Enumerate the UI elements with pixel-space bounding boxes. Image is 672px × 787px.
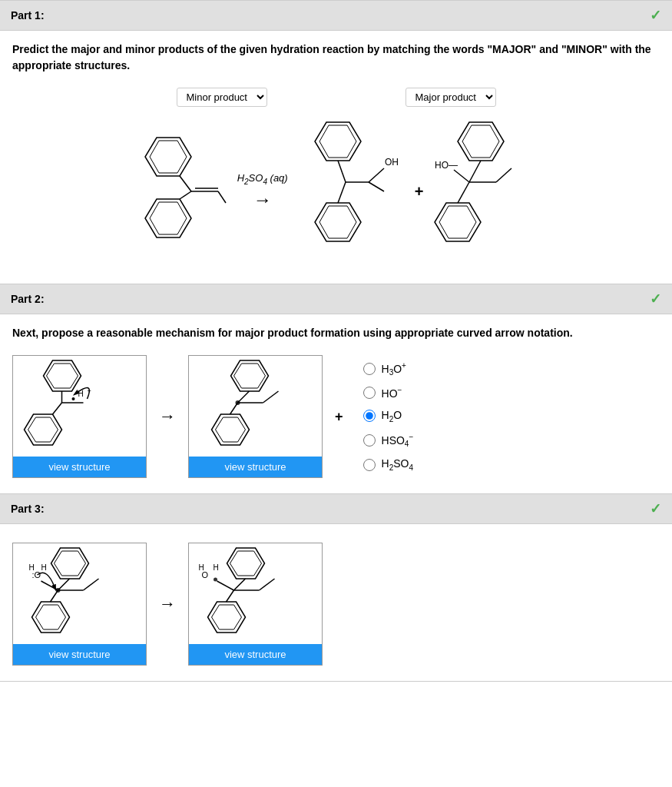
reaction-arrow-area: H2SO4 (aq) → [237,172,288,211]
radio-h2o[interactable]: H2O [363,409,414,423]
view-structure-btn-2[interactable]: view structure [189,457,322,477]
svg-marker-1 [150,141,187,173]
part1-title: Part 1: [11,9,45,22]
svg-line-44 [238,391,250,403]
part1-check-icon: ✓ [650,7,661,24]
radio-hso4-label: HSO4− [382,433,414,448]
radio-h3o-label: H3O+ [382,361,406,377]
svg-marker-63 [227,548,265,579]
svg-text:OH: OH [385,157,399,168]
radio-h2so4[interactable]: H2SO4 [363,457,414,472]
radio-h3o[interactable]: H3O+ [363,361,414,377]
plus-sign-2: + [335,409,343,425]
svg-line-62 [84,579,99,590]
svg-line-75 [260,579,275,590]
product1-molecule: OH [296,115,407,268]
part3-section: Part 3: ✓ :O [0,493,672,681]
svg-marker-10 [319,125,356,158]
mechanism-structure2: view structure [188,355,323,478]
part3-structure1: :O H H view structure [12,543,147,666]
svg-line-13 [338,161,346,182]
part3-structure2: O H H view structure [188,543,323,666]
radio-ho-label: HO− [382,386,402,400]
svg-text:H: H [41,563,47,572]
svg-marker-2 [145,199,191,237]
svg-marker-29 [44,360,81,391]
svg-marker-51 [32,602,70,633]
minor-product-dropdown[interactable]: Minor product Major product [177,88,267,107]
svg-text:H: H [199,563,204,572]
part1-content: Predict the major and minor products of … [0,31,672,284]
part3-header: Part 3: ✓ [0,493,672,524]
svg-text:H: H [29,563,35,572]
svg-marker-0 [145,138,191,176]
radio-h2o-input[interactable] [363,410,376,422]
radio-h2o-label: H2O [382,409,402,423]
svg-marker-12 [319,206,356,238]
part3-content: :O H H view structure → [0,524,672,681]
part3-view-btn-2[interactable]: view structure [189,644,322,665]
svg-marker-19 [458,122,504,161]
svg-marker-66 [212,605,242,629]
part3-title: Part 3: [11,503,45,515]
svg-marker-9 [315,122,361,161]
svg-line-24 [458,182,469,203]
radio-h2so4-label: H2SO4 [382,457,413,472]
svg-marker-32 [28,417,58,442]
svg-line-69 [217,581,234,590]
radio-hso4-input[interactable] [363,434,376,447]
part1-instruction: Predict the major and minor products of … [12,42,660,74]
svg-line-23 [469,161,481,182]
part2-check-icon: ✓ [650,291,661,307]
svg-marker-31 [25,414,62,445]
svg-marker-42 [212,414,250,445]
mech-struct1-svg: H + [13,357,146,457]
part2-header: Part 2: ✓ [0,284,672,314]
radio-h3o-input[interactable] [363,363,376,375]
svg-marker-21 [435,203,481,241]
svg-line-56 [41,581,58,590]
radio-ho-minus[interactable]: HO− [363,386,414,400]
part2-section: Part 2: ✓ Next, propose a reasonable mec… [0,284,672,493]
svg-line-67 [234,579,246,590]
reactant-svg [130,122,230,261]
svg-marker-41 [234,364,266,388]
product2-molecule: HO— [431,115,542,268]
svg-marker-30 [47,364,78,388]
svg-text:H: H [214,563,219,572]
part3-view-btn-1[interactable]: view structure [13,644,146,665]
reactant-molecule [130,122,230,261]
product2-svg: HO— [431,115,542,268]
svg-line-18 [369,182,384,191]
part2-instruction: Next, propose a reasonable mechanism for… [12,325,660,341]
svg-line-68 [227,590,234,602]
major-product-dropdown[interactable]: Major product Minor product [406,88,496,107]
svg-marker-22 [439,206,476,238]
svg-point-70 [214,578,217,582]
radio-hso4[interactable]: HSO4− [363,433,414,448]
view-structure-btn-1[interactable]: view structure [13,457,146,477]
plus-sign: + [415,183,424,201]
svg-marker-49 [51,548,89,579]
svg-marker-65 [208,602,246,633]
radio-h2so4-input[interactable] [363,459,376,471]
radio-ho-input[interactable] [363,387,376,399]
part3-check-icon: ✓ [650,500,661,517]
dropdown-labels-row: Minor product Major product Major produc… [12,88,660,107]
svg-line-5 [180,191,191,199]
mechanism-area: H + view structure → [12,355,660,478]
reagent-label: H2SO4 (aq) [237,172,288,186]
part2-title: Part 2: [11,293,45,305]
mech-struct2-svg [189,357,322,457]
svg-line-53 [58,579,70,590]
product1-svg: OH [296,115,407,268]
svg-line-16 [369,168,384,182]
part3-struct2-svg: O H H [189,544,322,644]
svg-marker-40 [231,360,269,391]
svg-line-4 [180,176,191,191]
mechanism-structure1: H + view structure [12,355,147,478]
svg-text:HO—: HO— [435,160,458,171]
svg-marker-52 [36,605,66,629]
svg-marker-20 [462,125,499,158]
reaction-area: H2SO4 (aq) → [12,115,660,268]
